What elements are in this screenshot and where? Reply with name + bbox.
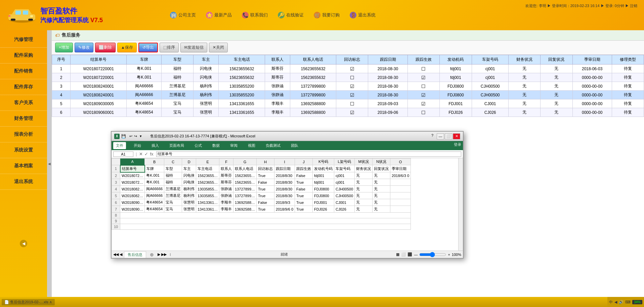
excel-scroll-track[interactable] [170, 253, 171, 256]
cell-track-effect[interactable]: ☐ [407, 64, 439, 73]
excel-cell-K1[interactable]: 发动机号码 [313, 165, 334, 172]
cell-visited[interactable]: ☐ [336, 99, 368, 108]
excel-view-preview-icon[interactable]: ⬛ [407, 252, 412, 257]
cell-track-effect[interactable]: ☑ [407, 73, 439, 82]
excel-col-A[interactable]: A [120, 159, 145, 165]
excel-cell-B1[interactable]: 车牌 [145, 165, 164, 172]
excel-col-D[interactable]: D [182, 159, 196, 165]
excel-cell-H1[interactable]: 回访标志 [257, 165, 274, 172]
excel-formula-input[interactable] [156, 151, 461, 157]
excel-tab-view[interactable]: 视图 [245, 142, 258, 149]
excel-cell-I1[interactable]: 跟踪日期 [274, 165, 295, 172]
export-button[interactable]: ↺导出 [138, 43, 158, 52]
excel-cell-M1[interactable]: 财务状况 [355, 165, 373, 172]
sidebar-item-exit[interactable]: 退出系统 [0, 174, 47, 190]
excel-tab-review[interactable]: 审阅 [227, 142, 240, 149]
table-row[interactable]: 5 W201809030005 粤K48654 宝马 张慧明 134133616… [52, 99, 644, 108]
excel-view-page-icon[interactable]: ⬜ [401, 252, 406, 257]
excel-col-E[interactable]: E [196, 159, 219, 165]
excel-zoom-minus[interactable]: — [414, 253, 418, 257]
sidebar-item-archives[interactable]: 基本档案 [0, 158, 47, 174]
excel-tab-team[interactable]: 团队 [288, 142, 301, 149]
sidebar-item-purchase[interactable]: 配件采购 [0, 48, 47, 63]
excel-cell-D1[interactable]: 车主 [182, 165, 196, 172]
excel-zoom-slider[interactable] [419, 252, 446, 257]
excel-col-N[interactable]: N状况 [373, 159, 390, 165]
excel-cell-L1[interactable]: 车架号码 [334, 165, 355, 172]
excel-cell-O1[interactable]: 季审日期 [390, 165, 411, 172]
nav-logout[interactable]: 🚪 退出系统 [350, 12, 376, 18]
excel-minimize-btn[interactable]: — [437, 133, 444, 139]
excel-cell-A1[interactable]: 结算单号 [120, 165, 145, 172]
excel-col-J[interactable]: J [295, 159, 313, 165]
nav-verify[interactable]: 🔑 在线验证 [278, 12, 304, 18]
sidebar-item-customers[interactable]: 客户关系 [0, 95, 47, 111]
cell-track-effect[interactable]: ☐ [407, 82, 439, 91]
excel-vertical-scrollbar[interactable] [458, 158, 463, 251]
excel-grid[interactable]: A B C D E F G H I J K号码 L架号码 M状况 N状况 [112, 158, 458, 251]
excel-col-L[interactable]: L架号码 [334, 159, 355, 165]
send-sms-button[interactable]: ✉发送短信 [180, 43, 207, 52]
excel-col-M[interactable]: M状况 [355, 159, 373, 165]
excel-nav-left[interactable]: ◀◀◀ [113, 252, 122, 257]
cell-visited[interactable]: ☑ [336, 82, 368, 91]
excel-col-C[interactable]: C [164, 159, 182, 165]
excel-tab-insert[interactable]: 插入 [149, 142, 162, 149]
sidebar-item-settings[interactable]: 系统设置 [0, 142, 47, 158]
taskbar-start[interactable]: 📄 售后信息2019-02-....xls ∧ [2, 299, 55, 305]
excel-cell-J1[interactable]: 跟踪生效 [295, 165, 313, 172]
excel-add-sheet-btn[interactable]: ⊕ [148, 251, 156, 258]
excel-col-G[interactable]: G [233, 159, 257, 165]
excel-fx-icon[interactable]: fx [150, 151, 153, 157]
tray-icon-keyboard[interactable]: 中 [609, 300, 613, 305]
save-button[interactable]: ▲保存 [117, 43, 137, 52]
edit-button[interactable]: ✎修改 [75, 43, 93, 52]
excel-view-normal-icon[interactable]: ▦ [396, 252, 399, 257]
excel-tab-load-test[interactable]: 负载测试 [263, 142, 283, 149]
cell-track-effect[interactable]: ☑ [407, 91, 439, 99]
table-row[interactable]: 3 W201808240001 闽A66666 兰博基尼 杨利伟 1303585… [52, 82, 644, 91]
table-row[interactable]: 6 W201809060001 粤K48654 宝马 张慧明 134133616… [52, 108, 644, 117]
excel-restore-btn[interactable]: ⬜ [445, 133, 452, 139]
table-row[interactable]: 1 W201807220001 粤K.001 福特 闪电侠 1562365563… [52, 64, 644, 73]
sidebar-item-sales[interactable]: 配件销售 [0, 63, 47, 79]
tray-icon-input[interactable]: ⌨ [625, 300, 631, 304]
excel-col-I[interactable]: I [274, 159, 295, 165]
excel-cell-E1[interactable]: 车主电话 [196, 165, 219, 172]
excel-nav-right[interactable]: ▶▶▶ [158, 252, 167, 257]
excel-confirm-icon[interactable]: ✓ [144, 151, 148, 157]
excel-cell-C1[interactable]: 车型 [164, 165, 182, 172]
delete-button[interactable]: ⬜删除 [95, 43, 116, 52]
close-button[interactable]: ✕关闭 [209, 43, 228, 52]
excel-cancel-icon[interactable]: ✕ [139, 151, 143, 157]
excel-tab-data[interactable]: 数据 [210, 142, 222, 149]
sidebar-item-finance[interactable]: 财务管理 [0, 111, 47, 127]
excel-col-K[interactable]: K号码 [313, 159, 334, 165]
excel-qat-save[interactable]: 💾 [121, 134, 126, 138]
nav-contact[interactable]: 📞 联系我们 [242, 12, 268, 18]
tray-icon-arrow[interactable]: ◀ [614, 300, 617, 304]
sidebar-item-inventory[interactable]: 配件库存 [0, 79, 47, 95]
sidebar-toggle[interactable]: ◀ [20, 240, 27, 247]
excel-login-btn[interactable]: 登录 [454, 142, 461, 149]
nav-home[interactable]: 🏢 公司主页 [170, 12, 196, 18]
sidebar-collapse-btn[interactable]: ◀ [47, 30, 52, 297]
excel-cell-N1[interactable]: 回复状况 [373, 165, 390, 172]
excel-redo-icon[interactable]: ↪ [134, 134, 137, 138]
nav-products[interactable]: 🌟 最新产品 [206, 12, 232, 18]
table-row[interactable]: 2 W201807220001 粤K.001 福特 闪电侠 1562365563… [52, 73, 644, 82]
excel-col-B[interactable]: B [145, 159, 164, 165]
excel-tab-file[interactable]: 文件 [113, 142, 126, 149]
excel-col-H[interactable]: H [257, 159, 274, 165]
cell-visited[interactable]: ☑ [336, 64, 368, 73]
excel-cell-F1[interactable]: 联系人 [219, 165, 233, 172]
excel-cell-G1[interactable]: 联系人电话 [233, 165, 257, 172]
excel-help-icon[interactable]: ? [431, 133, 433, 139]
excel-undo-icon[interactable]: ↩ [129, 134, 132, 138]
sidebar-item-reports[interactable]: 报表分析 [0, 127, 47, 142]
cell-visited[interactable]: ☐ [336, 73, 368, 82]
excel-sheet-tab-aftersale[interactable]: 售后信息 [124, 251, 146, 258]
excel-tab-page-layout[interactable]: 页面布局 [167, 142, 187, 149]
cell-track-effect[interactable]: ☐ [407, 108, 439, 117]
excel-col-O[interactable]: O [390, 159, 411, 165]
